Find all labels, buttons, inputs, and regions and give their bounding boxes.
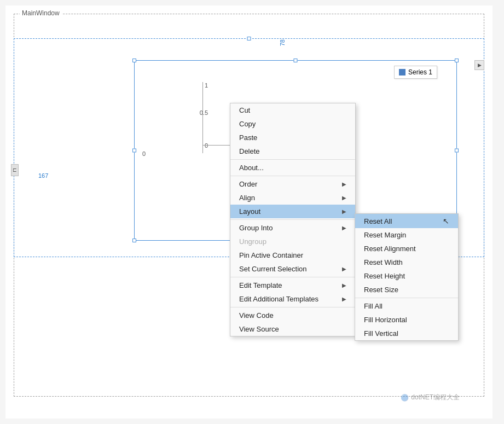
submenu-item-fill-horizontal[interactable]: Fill Horizontal	[355, 313, 458, 327]
menu-item-label-pin-active: Pin Active Container	[239, 251, 303, 259]
menu-item-set-selection[interactable]: Set Current Selection▶	[230, 262, 355, 276]
menu-item-label-edit-template: Edit Template	[239, 281, 282, 289]
chart-label-0-x: 0	[142, 150, 146, 157]
menu-item-cut[interactable]: Cut	[230, 103, 355, 117]
handle-top-center[interactable]	[294, 59, 298, 62]
submenu-item-label-reset-size: Reset Size	[364, 286, 398, 294]
submenu-item-label-reset-all: Reset All	[364, 217, 392, 225]
watermark: 🔵 dotNET编程大全	[401, 393, 460, 402]
submenu-arrow-edit-template: ▶	[342, 282, 346, 288]
menu-item-order[interactable]: Order▶	[230, 177, 355, 191]
right-arrow-btn[interactable]: ▶	[474, 60, 484, 70]
menu-separator	[230, 307, 355, 307]
menu-item-label-view-source: View Source	[239, 325, 279, 333]
submenu-item-label-fill-vertical: Fill Vertical	[364, 329, 398, 338]
handle-top-left[interactable]	[132, 59, 136, 62]
context-menu: CutCopyPasteDeleteAbout...Order▶Align▶La…	[230, 103, 356, 336]
menu-item-copy[interactable]: Copy	[230, 117, 355, 131]
handle-right-center[interactable]	[455, 149, 459, 153]
menu-item-about[interactable]: About...	[230, 161, 355, 175]
menu-item-align[interactable]: Align▶	[230, 191, 355, 205]
series-color-swatch	[399, 69, 405, 75]
watermark-icon: 🔵	[401, 394, 409, 402]
resize-handle-top[interactable]	[247, 37, 251, 40]
submenu-item-label-reset-width: Reset Width	[364, 258, 403, 266]
menu-item-label-delete: Delete	[239, 147, 260, 155]
submenu-item-label-reset-margin: Reset Margin	[364, 231, 406, 239]
submenu-arrow-group-into: ▶	[342, 225, 346, 231]
submenu-item-label-fill-all: Fill All	[364, 302, 383, 310]
submenu-arrow-align: ▶	[342, 195, 346, 201]
menu-separator	[230, 176, 355, 176]
menu-item-ungroup: Ungroup	[230, 235, 355, 248]
menu-item-label-edit-additional: Edit Additional Templates	[239, 295, 318, 303]
menu-item-edit-template[interactable]: Edit Template▶	[230, 278, 355, 292]
menu-item-label-align: Align	[239, 194, 255, 202]
submenu-item-reset-size[interactable]: Reset Size	[355, 283, 458, 297]
handle-top-right[interactable]	[455, 59, 459, 62]
submenu-arrow-order: ▶	[342, 181, 346, 187]
submenu-item-reset-margin[interactable]: Reset Margin	[355, 228, 458, 242]
submenu-arrow-layout: ▶	[342, 208, 346, 214]
chart-label-05: 0.5	[200, 109, 208, 116]
submenu-separator	[355, 298, 458, 298]
submenu-item-reset-height[interactable]: Reset Height	[355, 269, 458, 283]
menu-item-pin-active[interactable]: Pin Active Container	[230, 248, 355, 262]
menu-item-paste[interactable]: Paste	[230, 131, 355, 144]
menu-separator	[230, 159, 355, 160]
chart-y-axis	[202, 82, 203, 153]
menu-item-delete[interactable]: Delete	[230, 144, 355, 158]
menu-item-label-view-code: View Code	[239, 311, 274, 320]
menu-item-label-group-into: Group Into	[239, 224, 273, 232]
submenu-item-label-fill-horizontal: Fill Horizontal	[364, 316, 407, 324]
chart-label-1: 1	[205, 82, 208, 89]
submenu-item-reset-all[interactable]: Reset All↖	[355, 214, 458, 228]
menu-item-view-code[interactable]: View Code	[230, 309, 355, 322]
submenu-item-label-reset-alignment: Reset Alignment	[364, 245, 416, 253]
series-legend: Series 1	[394, 66, 437, 79]
menu-item-label-set-selection: Set Current Selection	[239, 265, 307, 273]
menu-item-label-order: Order	[239, 180, 257, 188]
left-bracket-icon[interactable]: ⊏	[11, 164, 19, 176]
menu-separator	[230, 219, 355, 220]
submenu-arrow-edit-additional: ▶	[342, 296, 346, 302]
series-label: Series 1	[408, 68, 432, 76]
submenu-arrow-set-selection: ▶	[342, 266, 346, 272]
measurement-167: 167	[38, 172, 48, 179]
menu-item-label-copy: Copy	[239, 120, 256, 128]
handle-left-center[interactable]	[132, 149, 136, 153]
menu-separator	[230, 277, 355, 277]
measurement-78: 78	[279, 39, 286, 46]
menu-item-label-about: About...	[239, 164, 264, 172]
submenu-item-reset-alignment[interactable]: Reset Alignment	[355, 242, 458, 255]
cursor-icon: ↖	[443, 217, 449, 225]
watermark-text: dotNET编程大全	[411, 393, 460, 402]
designer-canvas: MainWindow 78 167 ⊏ ▶ 1 0.5 0 0 Series 1	[5, 5, 493, 419]
handle-bottom-left[interactable]	[132, 239, 136, 242]
menu-item-layout[interactable]: Layout▶	[230, 205, 355, 218]
menu-item-label-cut: Cut	[239, 106, 250, 114]
menu-item-view-source[interactable]: View Source	[230, 322, 355, 336]
chart-label-0-y: 0	[205, 142, 208, 149]
menu-item-group-into[interactable]: Group Into▶	[230, 221, 355, 235]
menu-item-edit-additional[interactable]: Edit Additional Templates▶	[230, 292, 355, 306]
submenu-item-reset-width[interactable]: Reset Width	[355, 255, 458, 269]
submenu-item-fill-all[interactable]: Fill All	[355, 299, 458, 313]
menu-item-label-paste: Paste	[239, 133, 257, 142]
submenu-item-fill-vertical[interactable]: Fill Vertical	[355, 327, 458, 340]
main-window-label: MainWindow	[20, 9, 62, 17]
menu-item-label-ungroup: Ungroup	[239, 237, 267, 246]
submenu-item-label-reset-height: Reset Height	[364, 272, 405, 280]
menu-item-label-layout: Layout	[239, 207, 260, 216]
layout-submenu: Reset All↖Reset MarginReset AlignmentRes…	[355, 213, 459, 341]
